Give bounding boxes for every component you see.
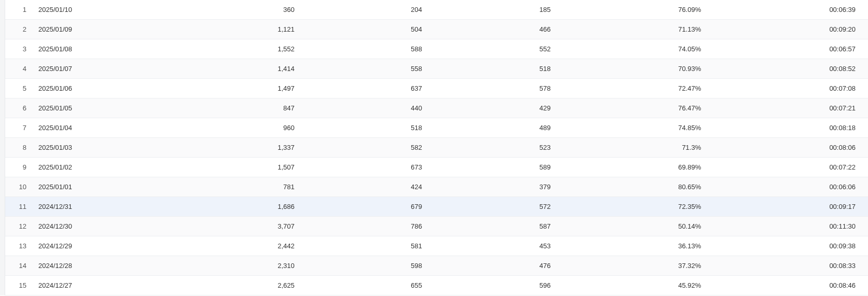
row-metric-2: 588 xyxy=(307,45,435,53)
row-metric-1: 1,414 xyxy=(174,65,307,73)
row-percentage: 45.92% xyxy=(563,281,713,289)
row-duration: 00:08:33 xyxy=(713,262,868,270)
row-metric-1: 2,310 xyxy=(174,262,307,270)
row-index: 6 xyxy=(5,104,34,112)
row-duration: 00:08:52 xyxy=(713,65,868,73)
table-row[interactable]: 122024/12/303,70778658750.14%00:11:30 xyxy=(5,217,868,236)
row-index: 5 xyxy=(5,84,34,92)
left-gutter xyxy=(0,0,5,295)
table-row[interactable]: 12025/01/1036020418576.09%00:06:39 xyxy=(5,0,868,20)
row-metric-1: 3,707 xyxy=(174,222,307,230)
row-date: 2024/12/29 xyxy=(34,242,174,250)
row-percentage: 50.14% xyxy=(563,222,713,230)
row-duration: 00:06:57 xyxy=(713,45,868,53)
row-metric-1: 847 xyxy=(174,104,307,112)
row-index: 4 xyxy=(5,65,34,73)
row-metric-1: 1,552 xyxy=(174,45,307,53)
row-metric-1: 960 xyxy=(174,124,307,132)
row-duration: 00:09:20 xyxy=(713,25,868,33)
row-percentage: 37.32% xyxy=(563,262,713,270)
row-date: 2024/12/31 xyxy=(34,203,174,210)
table-row[interactable]: 152024/12/272,62565559645.92%00:08:46 xyxy=(5,276,868,295)
row-metric-1: 1,121 xyxy=(174,25,307,33)
row-percentage: 74.05% xyxy=(563,45,713,53)
row-index: 12 xyxy=(5,222,34,230)
row-metric-1: 2,442 xyxy=(174,242,307,250)
row-duration: 00:08:46 xyxy=(713,281,868,289)
row-date: 2025/01/10 xyxy=(34,6,174,13)
row-percentage: 71.3% xyxy=(563,144,713,151)
row-percentage: 72.47% xyxy=(563,84,713,92)
table-row[interactable]: 42025/01/071,41455851870.93%00:08:52 xyxy=(5,59,868,79)
row-percentage: 76.09% xyxy=(563,6,713,13)
row-metric-2: 679 xyxy=(307,203,435,210)
row-metric-2: 581 xyxy=(307,242,435,250)
row-date: 2025/01/08 xyxy=(34,45,174,53)
row-index: 11 xyxy=(5,203,34,210)
row-percentage: 36.13% xyxy=(563,242,713,250)
row-date: 2025/01/09 xyxy=(34,25,174,33)
row-duration: 00:06:39 xyxy=(713,6,868,13)
row-date: 2025/01/01 xyxy=(34,183,174,191)
table-row[interactable]: 112024/12/311,68667957272.35%00:09:17 xyxy=(5,197,868,217)
row-metric-3: 578 xyxy=(435,84,563,92)
row-metric-2: 204 xyxy=(307,6,435,13)
row-index: 15 xyxy=(5,281,34,289)
table-row[interactable]: 132024/12/292,44258145336.13%00:09:38 xyxy=(5,236,868,256)
table-row[interactable]: 62025/01/0584744042976.47%00:07:21 xyxy=(5,98,868,118)
row-index: 8 xyxy=(5,144,34,151)
row-metric-2: 673 xyxy=(307,163,435,171)
row-date: 2025/01/05 xyxy=(34,104,174,112)
row-metric-3: 476 xyxy=(435,262,563,270)
table-row[interactable]: 142024/12/282,31059847637.32%00:08:33 xyxy=(5,256,868,276)
table-row[interactable]: 102025/01/0178142437980.65%00:06:06 xyxy=(5,177,868,197)
row-metric-3: 572 xyxy=(435,203,563,210)
row-metric-3: 185 xyxy=(435,6,563,13)
row-date: 2024/12/30 xyxy=(34,222,174,230)
row-index: 1 xyxy=(5,6,34,13)
row-metric-2: 637 xyxy=(307,84,435,92)
row-metric-1: 360 xyxy=(174,6,307,13)
table-row[interactable]: 92025/01/021,50767358969.89%00:07:22 xyxy=(5,158,868,177)
row-duration: 00:09:38 xyxy=(713,242,868,250)
row-percentage: 69.89% xyxy=(563,163,713,171)
table-row[interactable]: 22025/01/091,12150446671.13%00:09:20 xyxy=(5,20,868,39)
row-metric-2: 655 xyxy=(307,281,435,289)
row-metric-3: 552 xyxy=(435,45,563,53)
row-metric-3: 489 xyxy=(435,124,563,132)
row-date: 2025/01/07 xyxy=(34,65,174,73)
row-index: 14 xyxy=(5,262,34,270)
row-metric-3: 466 xyxy=(435,25,563,33)
table-row[interactable]: 72025/01/0496051848974.85%00:08:18 xyxy=(5,118,868,138)
table-row[interactable]: 52025/01/061,49763757872.47%00:07:08 xyxy=(5,79,868,98)
row-metric-2: 786 xyxy=(307,222,435,230)
row-date: 2024/12/28 xyxy=(34,262,174,270)
row-metric-3: 523 xyxy=(435,144,563,151)
row-duration: 00:09:17 xyxy=(713,203,868,210)
row-duration: 00:08:06 xyxy=(713,144,868,151)
row-duration: 00:08:18 xyxy=(713,124,868,132)
row-percentage: 80.65% xyxy=(563,183,713,191)
row-duration: 00:11:30 xyxy=(713,222,868,230)
row-metric-3: 518 xyxy=(435,65,563,73)
row-percentage: 70.93% xyxy=(563,65,713,73)
row-percentage: 71.13% xyxy=(563,25,713,33)
row-metric-1: 1,507 xyxy=(174,163,307,171)
row-metric-1: 1,686 xyxy=(174,203,307,210)
row-date: 2025/01/02 xyxy=(34,163,174,171)
row-metric-3: 587 xyxy=(435,222,563,230)
row-percentage: 74.85% xyxy=(563,124,713,132)
table-row[interactable]: 32025/01/081,55258855274.05%00:06:57 xyxy=(5,39,868,59)
row-metric-2: 558 xyxy=(307,65,435,73)
table-row[interactable]: 82025/01/031,33758252371.3%00:08:06 xyxy=(5,138,868,158)
row-percentage: 76.47% xyxy=(563,104,713,112)
row-date: 2025/01/03 xyxy=(34,144,174,151)
row-metric-2: 518 xyxy=(307,124,435,132)
data-table: 12025/01/1036020418576.09%00:06:3922025/… xyxy=(5,0,868,295)
row-metric-2: 582 xyxy=(307,144,435,151)
row-index: 3 xyxy=(5,45,34,53)
row-metric-3: 429 xyxy=(435,104,563,112)
row-metric-1: 1,337 xyxy=(174,144,307,151)
row-metric-3: 379 xyxy=(435,183,563,191)
row-metric-2: 440 xyxy=(307,104,435,112)
